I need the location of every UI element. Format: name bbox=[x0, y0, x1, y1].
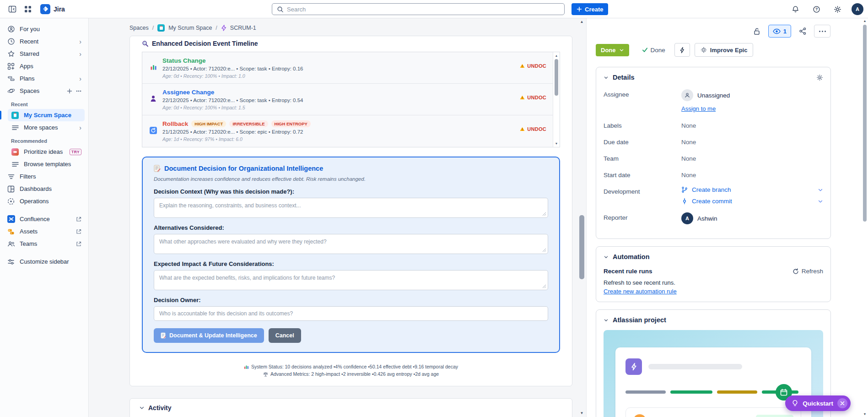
assign-to-me-link[interactable]: Assign to me bbox=[681, 105, 716, 112]
start-date-value[interactable]: None bbox=[681, 170, 696, 179]
sidebar-item-starred[interactable]: Starred › bbox=[4, 48, 85, 60]
panel-scrollbar[interactable]: ▲ ▼ bbox=[862, 19, 868, 417]
breadcrumb-issue-key[interactable]: SCRUM-1 bbox=[230, 25, 256, 31]
create-automation-rule-link[interactable]: Create new automation rule bbox=[604, 288, 677, 295]
alternatives-input[interactable] bbox=[154, 234, 548, 254]
undo-button[interactable]: UNDOC bbox=[520, 95, 546, 100]
more-actions-button[interactable] bbox=[814, 25, 830, 38]
cancel-button[interactable]: Cancel bbox=[269, 328, 301, 343]
reporter-avatar: A bbox=[681, 212, 693, 224]
assignee-value[interactable]: Unassigned bbox=[681, 89, 823, 101]
timeline-event-status-change[interactable]: Status Change 22/12/2025 • Actor: 712020… bbox=[142, 52, 553, 84]
add-space-button[interactable] bbox=[67, 88, 72, 94]
sidebar-item-recent[interactable]: Recent › bbox=[4, 35, 85, 48]
try-badge: TRY bbox=[70, 149, 81, 155]
search-box[interactable] bbox=[272, 3, 565, 15]
sidebar-item-assets[interactable]: Assets bbox=[4, 225, 85, 238]
sidebar-item-browse-templates[interactable]: Browse templates bbox=[8, 158, 85, 170]
sidebar-item-filters[interactable]: Filters bbox=[4, 170, 85, 183]
undo-button[interactable]: UNDOC bbox=[520, 63, 546, 69]
timeline-scrollbar[interactable]: ▲ ▼ bbox=[553, 52, 560, 147]
atlassian-project-header[interactable]: Atlassian project bbox=[604, 316, 823, 324]
external-link-icon bbox=[76, 229, 81, 234]
automation-header[interactable]: Automation bbox=[604, 253, 823, 260]
sidebar-item-prioritize-ideas[interactable]: Prioritize ideas TRY bbox=[8, 146, 85, 158]
timeline-event-assignee-change[interactable]: Assignee Change 22/12/2025 • Actor: 7120… bbox=[142, 84, 553, 115]
breadcrumb-space-link[interactable]: My Scrum Space bbox=[168, 25, 212, 31]
scrollbar-thumb[interactable] bbox=[555, 59, 558, 96]
sidebar-item-spaces[interactable]: Spaces bbox=[4, 85, 85, 97]
refresh-button[interactable]: Refresh bbox=[793, 268, 823, 275]
share-button[interactable] bbox=[796, 25, 809, 38]
search-input[interactable] bbox=[287, 6, 560, 13]
activity-header[interactable]: Activity bbox=[139, 404, 563, 412]
automation-quick-button[interactable] bbox=[674, 43, 690, 57]
scrollbar-thumb[interactable] bbox=[863, 25, 867, 222]
sidebar-item-my-scrum-space[interactable]: My Scrum Space bbox=[8, 109, 85, 121]
sidebar-item-label: Starred bbox=[20, 50, 39, 57]
sidebar-item-for-you[interactable]: For you bbox=[4, 23, 85, 35]
sidebar-collapse-icon bbox=[8, 5, 16, 13]
watch-button[interactable]: 1 bbox=[768, 25, 791, 38]
expected-impact-input[interactable] bbox=[154, 270, 548, 290]
restrictions-button[interactable] bbox=[750, 25, 764, 38]
team-label: Team bbox=[604, 153, 681, 162]
scroll-down-icon[interactable]: ▼ bbox=[577, 412, 586, 415]
help-button[interactable]: ? bbox=[809, 2, 823, 16]
due-date-label: Due date bbox=[604, 137, 681, 146]
event-meta: 21/12/2025 • Actor: 712020:e... • Scope:… bbox=[162, 129, 311, 135]
quickstart-button[interactable]: Quickstart bbox=[785, 395, 851, 411]
chevron-down-icon bbox=[619, 48, 624, 53]
event-title: Status Change bbox=[162, 57, 206, 64]
sidebar-item-apps[interactable]: Apps bbox=[4, 60, 85, 72]
user-avatar[interactable]: A bbox=[852, 3, 863, 15]
improve-epic-button[interactable]: Improve Epic bbox=[695, 43, 754, 57]
scroll-up-icon[interactable]: ▲ bbox=[553, 54, 560, 57]
alternatives-field: Alternatives Considered: bbox=[154, 224, 548, 254]
scroll-up-icon[interactable]: ▲ bbox=[577, 20, 586, 24]
create-button[interactable]: Create bbox=[571, 3, 608, 15]
sidebar-collapse-button[interactable] bbox=[5, 2, 19, 16]
sidebar-item-plans[interactable]: Plans › bbox=[4, 72, 85, 85]
scroll-down-icon[interactable]: ▼ bbox=[553, 142, 560, 145]
status-dropdown-button[interactable]: Done bbox=[596, 44, 629, 56]
notifications-button[interactable] bbox=[788, 2, 802, 16]
quickstart-close-button[interactable] bbox=[837, 398, 847, 408]
team-value[interactable]: None bbox=[681, 153, 696, 162]
timeline-event-rollback[interactable]: Rollback HIGH IMPACT IRREVERSIBLE HIGH E… bbox=[142, 115, 553, 147]
scroll-up-icon[interactable]: ▲ bbox=[862, 19, 868, 22]
sidebar-item-label: Prioritize ideas bbox=[24, 148, 63, 155]
details-settings-button[interactable] bbox=[816, 74, 823, 81]
unassigned-avatar-icon bbox=[681, 89, 693, 101]
sidebar-item-dashboards[interactable]: Dashboards bbox=[4, 183, 85, 195]
spaces-more-button[interactable] bbox=[76, 90, 81, 92]
chevron-right-icon: › bbox=[79, 76, 81, 82]
settings-button[interactable] bbox=[830, 2, 844, 16]
jira-brand[interactable]: Jira bbox=[40, 4, 65, 14]
scroll-down-icon[interactable]: ▼ bbox=[862, 412, 868, 416]
main-scrollbar[interactable]: ▲ ▼ bbox=[577, 18, 586, 417]
scrollbar-thumb[interactable] bbox=[579, 215, 584, 279]
sidebar-item-operations[interactable]: Operations bbox=[4, 195, 85, 207]
sidebar-item-confluence[interactable]: Confluence bbox=[4, 213, 85, 225]
app-switcher-button[interactable] bbox=[21, 2, 35, 16]
undo-button[interactable]: UNDOC bbox=[520, 126, 546, 132]
document-update-button[interactable]: Document & Update Intelligence bbox=[154, 328, 264, 343]
decision-context-input[interactable] bbox=[154, 198, 548, 218]
details-header[interactable]: Details bbox=[604, 74, 823, 81]
chevron-down-icon[interactable] bbox=[818, 187, 823, 193]
reporter-value[interactable]: A Ashwin bbox=[681, 212, 717, 224]
chevron-down-icon[interactable] bbox=[818, 199, 823, 204]
due-date-value[interactable]: None bbox=[681, 137, 696, 146]
app-switcher-icon bbox=[24, 5, 32, 13]
labels-value[interactable]: None bbox=[681, 120, 696, 129]
sidebar-item-more-spaces[interactable]: More spaces › bbox=[8, 121, 85, 134]
breadcrumb-spaces-link[interactable]: Spaces bbox=[129, 25, 149, 31]
sidebar-item-customize[interactable]: Customize sidebar bbox=[4, 255, 85, 268]
create-branch-action[interactable]: Create branch bbox=[681, 186, 823, 193]
decision-owner-input[interactable] bbox=[154, 306, 548, 321]
create-commit-action[interactable]: Create commit bbox=[681, 198, 823, 205]
sidebar-item-teams[interactable]: Teams bbox=[4, 238, 85, 250]
field-label: Decision Context (Why was this decision … bbox=[154, 188, 548, 195]
chevron-down-icon bbox=[604, 255, 609, 260]
